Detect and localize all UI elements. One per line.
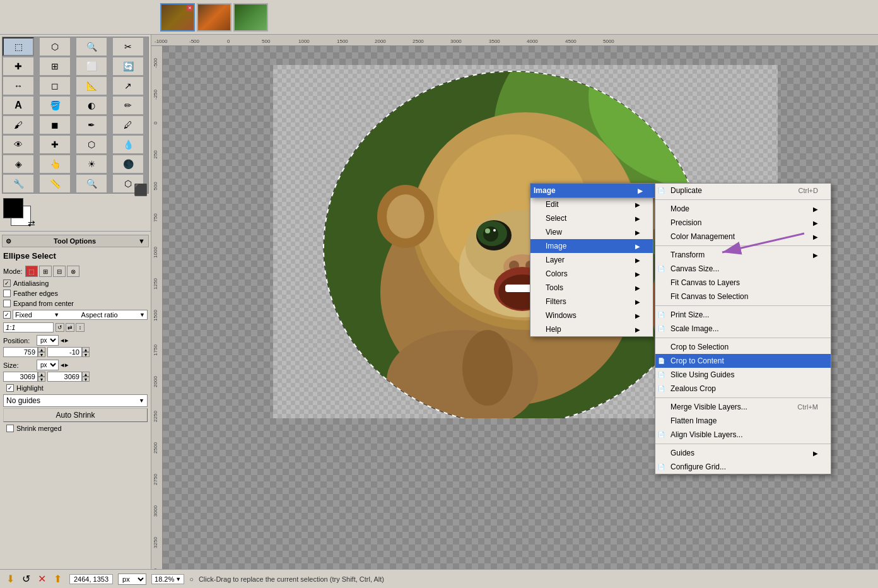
menu-duplicate[interactable]: 📄 Duplicate Ctrl+D [655,184,831,197]
fixed-checkbox[interactable]: ✓ [3,311,11,319]
pos-y-up[interactable]: ▲ [82,347,90,352]
menu-slice-guides[interactable]: 📄 Slice Using Guides [655,368,831,382]
size-unit-select[interactable]: px [37,360,59,370]
tool-select-by-color[interactable]: ✂ [112,37,144,56]
tool-free-select[interactable]: ⬡ [39,37,71,56]
menu-mode[interactable]: Mode ▶ [655,202,831,216]
tool-move[interactable]: ✚ [3,57,34,76]
menu-transform[interactable]: Transform ▶ [655,248,831,262]
tool-rotate[interactable]: 🔄 [112,57,144,76]
menu-precision[interactable]: Precision ▶ [655,216,831,230]
expand-checkbox[interactable] [3,300,11,307]
menu-flatten-image[interactable]: Flatten Image [655,414,831,428]
menu-fit-canvas-selection[interactable]: Fit Canvas to Selection [655,290,831,303]
menu-guides[interactable]: Guides ▶ [655,446,831,460]
main-menu-tools[interactable]: Tools ▶ [530,281,653,295]
tool-zoom[interactable]: 🔍 [76,174,107,193]
ratio-input[interactable] [3,322,54,332]
size-arrow-right[interactable]: ▸ [65,361,69,369]
menu-zealous-crop[interactable]: 📄 Zealous Crop [655,382,831,396]
pos-x-down[interactable]: ▼ [38,352,45,357]
thumbnail-2[interactable] [197,3,231,32]
tool-flip[interactable]: ↗ [112,76,144,95]
mode-replace[interactable]: ⬚ [25,266,38,277]
main-menu-edit[interactable]: Edit ▶ [530,197,653,211]
tool-eraser[interactable]: ◼ [39,115,71,134]
tool-pencil[interactable]: ✏ [112,96,144,115]
main-menu-colors[interactable]: Colors ▶ [530,267,653,281]
main-menu-image[interactable]: Image ▶ [530,239,653,253]
thumbnail-close-1[interactable]: ✕ [187,5,193,11]
main-menu-filters[interactable]: Filters ▶ [530,295,653,309]
tool-scale[interactable]: ↔ [3,76,34,95]
tool-options-menu[interactable]: ▼ [138,237,145,245]
mode-intersect[interactable]: ⊗ [67,266,79,277]
mode-subtract[interactable]: ⊟ [53,266,66,277]
undo-icon[interactable]: ↺ [19,572,33,586]
pos-x-up[interactable]: ▲ [38,347,45,352]
menu-merge-visible[interactable]: Merge Visible Layers... Ctrl+M [655,400,831,414]
tool-blur[interactable]: 💧 [112,135,144,154]
menu-fit-canvas-layers[interactable]: Fit Canvas to Layers [655,276,831,290]
tool-perspective-clone[interactable]: ⬡ [76,135,107,154]
reset-colors[interactable]: ⬛ [134,183,148,197]
zoom-in-icon[interactable]: ⬇ [3,572,17,586]
size-h-down[interactable]: ▼ [82,377,90,382]
menu-scale-image[interactable]: 📄 Scale Image... [655,322,831,336]
size-w-field[interactable] [3,372,38,382]
tool-align[interactable]: ⊞ [39,57,71,76]
menu-align-visible[interactable]: 📄 Align Visible Layers... [655,428,831,442]
auto-shrink-button[interactable]: Auto Shrink [3,408,148,422]
tool-perspective[interactable]: 📐 [76,76,107,95]
thumbnail-3[interactable] [233,3,268,32]
tool-measure[interactable]: 📏 [39,174,71,193]
pos-y-field[interactable] [47,347,82,357]
menu-print-size[interactable]: 📄 Print Size... [655,308,831,322]
tool-sharpen[interactable]: ◈ [3,155,34,173]
tool-crop[interactable]: ⬜ [76,57,107,76]
tool-blend[interactable]: ◐ [76,96,107,115]
unit-select[interactable]: px in mm [118,573,146,585]
size-h-up[interactable]: ▲ [82,372,90,377]
main-menu-view[interactable]: View ▶ [530,225,653,239]
main-menu-layer[interactable]: Layer ▶ [530,253,653,267]
ratio-swap[interactable]: ⇄ [66,323,74,332]
menu-canvas-size[interactable]: 📄 Canvas Size... [655,262,831,276]
tool-airbrush[interactable]: ✒ [76,115,107,134]
tool-heal[interactable]: ✚ [39,135,71,154]
highlight-checkbox[interactable]: ✓ [6,384,14,392]
shrink-merged-checkbox[interactable] [6,425,14,432]
fixed-dropdown[interactable]: Fixed ▼ Aspect ratio ▼ [13,310,148,320]
tool-smudge[interactable]: 👆 [39,155,71,173]
pos-y-down[interactable]: ▼ [82,352,90,357]
thumbnail-1[interactable]: ✕ [160,3,195,32]
delete-icon[interactable]: ✕ [35,572,49,586]
ratio-reset[interactable]: ↺ [56,323,64,332]
main-menu-select[interactable]: Select ▶ [530,211,653,225]
tool-ellipse-select[interactable]: ⬚ [3,37,34,56]
size-h-field[interactable] [47,372,82,382]
main-menu-windows[interactable]: Windows ▶ [530,309,653,322]
ratio-land[interactable]: ↕ [76,323,85,332]
menu-configure-grid[interactable]: 📄 Configure Grid... [655,460,831,474]
mode-add[interactable]: ⊞ [39,266,52,277]
tool-dodge[interactable]: ☀ [76,155,107,173]
pos-x-field[interactable] [3,347,38,357]
tool-ink[interactable]: 🖊 [112,115,144,134]
menu-crop-to-selection[interactable]: Crop to Selection [655,340,831,354]
size-arrow-left[interactable]: ◂ [61,361,64,369]
tool-color-picker[interactable]: 🔧 [3,174,34,193]
tool-text[interactable]: A [3,96,34,115]
zoom-dropdown-arrow[interactable]: ▼ [175,576,181,582]
tool-paintbrush[interactable]: 🖌 [3,115,34,134]
position-unit-select[interactable]: px [37,335,59,346]
feather-checkbox[interactable] [3,290,11,297]
tool-burn[interactable]: 🌑 [112,155,144,173]
menu-crop-to-content[interactable]: 📄 Crop to Content [655,354,831,368]
tool-shear[interactable]: ◻ [39,76,71,95]
size-w-down[interactable]: ▼ [38,377,45,382]
foreground-color[interactable] [3,198,23,218]
tool-fuzzy-select[interactable]: 🔍 [76,37,107,56]
position-arrow-right[interactable]: ▸ [65,336,69,344]
swap-colors[interactable]: ⇄ [28,218,38,228]
